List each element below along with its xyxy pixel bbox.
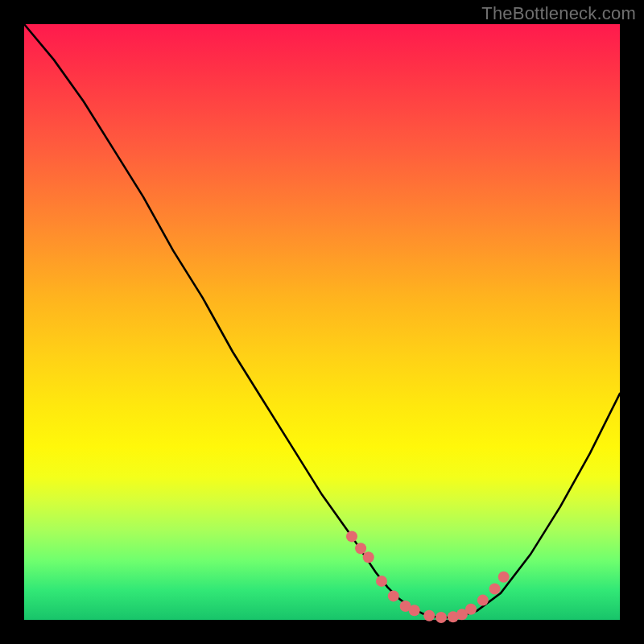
marker-dot xyxy=(409,605,420,616)
marker-dot xyxy=(465,604,477,615)
marker-dot xyxy=(423,610,435,621)
watermark-label: TheBottleneck.com xyxy=(481,3,636,24)
marker-dot xyxy=(498,572,510,583)
marker-dot xyxy=(477,595,489,606)
bottleneck-curve xyxy=(24,24,620,617)
marker-dot xyxy=(489,584,501,595)
chart-frame: TheBottleneck.com xyxy=(0,0,644,644)
marker-dot xyxy=(363,551,374,563)
marker-dot xyxy=(355,543,366,554)
chart-svg xyxy=(24,24,620,620)
marker-dot xyxy=(388,590,399,601)
marker-dot xyxy=(436,612,447,623)
marker-dot xyxy=(376,576,387,587)
marker-dot xyxy=(346,530,357,542)
optimal-range-markers xyxy=(346,530,510,623)
